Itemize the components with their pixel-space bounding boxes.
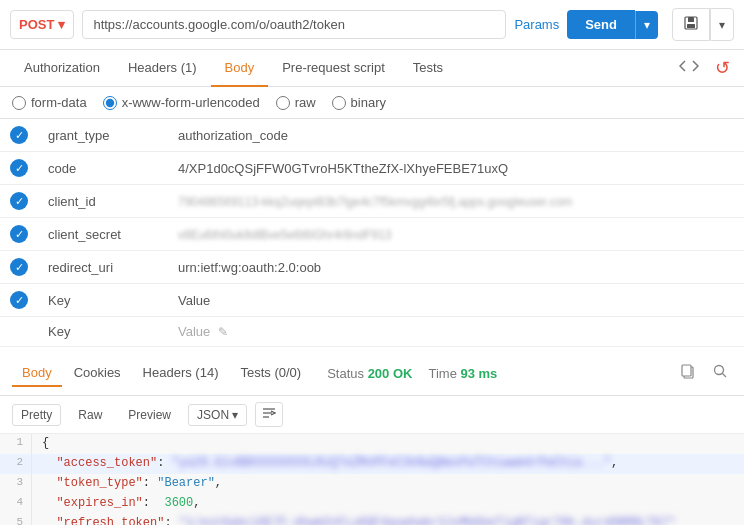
- line-content: "token_type": "Bearer",: [32, 474, 232, 494]
- json-key: "token_type": [56, 476, 142, 490]
- tab-headers[interactable]: Headers (1): [114, 50, 211, 87]
- radio-urlencoded-label: x-www-form-urlencoded: [122, 95, 260, 110]
- code-icon: [679, 57, 699, 75]
- svg-rect-1: [688, 17, 694, 22]
- format-select[interactable]: JSON ▾: [188, 404, 247, 426]
- line-content: "access_token": "ya29.GlvBBXXXXXXXXLRzQ7…: [32, 454, 628, 474]
- tab-tests[interactable]: Tests: [399, 50, 457, 87]
- tab-pre-request[interactable]: Pre-request script: [268, 50, 399, 87]
- svg-rect-2: [687, 24, 695, 28]
- method-select[interactable]: POST ▾: [10, 10, 74, 39]
- row-key: code: [38, 152, 168, 185]
- row-value: v8Eu6thl0uk8dlBve5e6t6lGhr4r8ndF913: [168, 218, 744, 251]
- radio-raw[interactable]: raw: [276, 95, 316, 110]
- response-header: Body Cookies Headers (14) Tests (0/0) St…: [0, 351, 744, 396]
- view-tab-pretty[interactable]: Pretty: [12, 404, 61, 426]
- svg-point-5: [715, 366, 724, 375]
- radio-form-data-input[interactable]: [12, 96, 26, 110]
- method-chevron: ▾: [58, 17, 65, 32]
- tabs-right: ↺: [675, 53, 734, 83]
- line-number: 4: [0, 494, 32, 514]
- save-button[interactable]: [672, 8, 710, 41]
- radio-binary[interactable]: binary: [332, 95, 386, 110]
- row-checkbox[interactable]: ✓: [10, 159, 28, 177]
- row-checkbox[interactable]: ✓: [10, 192, 28, 210]
- send-button[interactable]: Send: [567, 10, 635, 39]
- status-badge: Status 200 OK: [327, 366, 412, 381]
- row-checkbox[interactable]: ✓: [10, 126, 28, 144]
- code-view: 1 { 2 "access_token": "ya29.GlvBBXXXXXXX…: [0, 434, 744, 525]
- table-row: ✓ redirect_uri urn:ietf:wg:oauth:2.0:oob: [0, 251, 744, 284]
- row-value: urn:ietf:wg:oauth:2.0:oob: [168, 251, 744, 284]
- row-checkbox[interactable]: ✓: [10, 291, 28, 309]
- resp-tab-tests[interactable]: Tests (0/0): [230, 360, 311, 387]
- resp-tab-cookies[interactable]: Cookies: [64, 360, 131, 387]
- row-value-placeholder-2[interactable]: Value: [178, 324, 210, 339]
- status-code: 200 OK: [368, 366, 413, 381]
- refresh-icon-button[interactable]: ↺: [711, 53, 734, 83]
- radio-group: form-data x-www-form-urlencoded raw bina…: [0, 87, 744, 119]
- radio-raw-label: raw: [295, 95, 316, 110]
- resp-tab-headers[interactable]: Headers (14): [133, 360, 229, 387]
- radio-binary-input[interactable]: [332, 96, 346, 110]
- tab-authorization[interactable]: Authorization: [10, 50, 114, 87]
- url-bar: POST ▾ Params Send ▾ ▾: [0, 0, 744, 50]
- line-number: 2: [0, 454, 32, 474]
- row-value: 4/XP1d0cQSjFFW0GTvroH5KTtheZfX-lXhyeFEBE…: [168, 152, 744, 185]
- params-button[interactable]: Params: [514, 17, 559, 32]
- table-row: ✓ client_secret v8Eu6thl0uk8dlBve5e6t6lG…: [0, 218, 744, 251]
- json-str: "Bearer": [157, 476, 215, 490]
- line-content: "expires_in": 3600,: [32, 494, 210, 514]
- line-number: 5: [0, 514, 32, 525]
- code-icon-button[interactable]: [675, 53, 703, 83]
- line-content: "refresh_token": "1/est6abcl6E7F-dhwm2nF…: [32, 514, 686, 525]
- row-key: grant_type: [38, 119, 168, 152]
- main-tabs: Authorization Headers (1) Body Pre-reque…: [0, 50, 744, 87]
- radio-urlencoded[interactable]: x-www-form-urlencoded: [103, 95, 260, 110]
- svg-rect-4: [682, 365, 691, 376]
- row-key-placeholder[interactable]: Key: [38, 284, 168, 317]
- save-group: ▾: [672, 8, 734, 41]
- format-label: JSON: [197, 408, 229, 422]
- time-display: Time 93 ms: [428, 366, 497, 381]
- line-content: {: [32, 434, 59, 454]
- save-dropdown-button[interactable]: ▾: [710, 8, 734, 41]
- format-chevron: ▾: [232, 408, 238, 422]
- row-checkbox[interactable]: ✓: [10, 225, 28, 243]
- json-key: "expires_in": [56, 496, 142, 510]
- table-row-empty: Key Value ✎: [0, 317, 744, 347]
- tab-body[interactable]: Body: [211, 50, 269, 87]
- table-row: ✓ code 4/XP1d0cQSjFFW0GTvroH5KTtheZfX-lX…: [0, 152, 744, 185]
- resp-tab-body[interactable]: Body: [12, 360, 62, 387]
- refresh-token-value: "1/est6abcl6E7F-dhwm2nFLu6QF4guwhwbr3JvM…: [179, 516, 676, 525]
- url-input[interactable]: [82, 10, 506, 39]
- search-icon-button[interactable]: [708, 359, 732, 387]
- radio-raw-input[interactable]: [276, 96, 290, 110]
- view-tab-preview[interactable]: Preview: [119, 404, 180, 426]
- row-key: client_secret: [38, 218, 168, 251]
- json-key: "access_token": [56, 456, 157, 470]
- wrap-button[interactable]: [255, 402, 283, 427]
- svg-line-6: [723, 374, 727, 378]
- radio-urlencoded-input[interactable]: [103, 96, 117, 110]
- view-tab-raw[interactable]: Raw: [69, 404, 111, 426]
- send-dropdown-button[interactable]: ▾: [635, 11, 658, 39]
- search-icon: [712, 363, 728, 379]
- save-icon: [683, 15, 699, 31]
- row-checkbox[interactable]: ✓: [10, 258, 28, 276]
- table-row: ✓ grant_type authorization_code: [0, 119, 744, 152]
- radio-form-data[interactable]: form-data: [12, 95, 87, 110]
- radio-form-data-label: form-data: [31, 95, 87, 110]
- json-num: 3600: [164, 496, 193, 510]
- row-key: redirect_uri: [38, 251, 168, 284]
- time-label: Time: [428, 366, 460, 381]
- edit-icon[interactable]: ✎: [218, 325, 228, 339]
- wrap-icon: [262, 406, 276, 420]
- method-label: POST: [19, 17, 54, 32]
- copy-icon-button[interactable]: [676, 359, 700, 387]
- row-value-area: Value ✎: [168, 317, 744, 347]
- row-key-placeholder-2[interactable]: Key: [38, 317, 168, 347]
- row-value-placeholder[interactable]: Value: [168, 284, 744, 317]
- code-line: 5 "refresh_token": "1/est6abcl6E7F-dhwm2…: [0, 514, 744, 525]
- table-row: ✓ client_id 790486569113-kkq2uqept83b7lg…: [0, 185, 744, 218]
